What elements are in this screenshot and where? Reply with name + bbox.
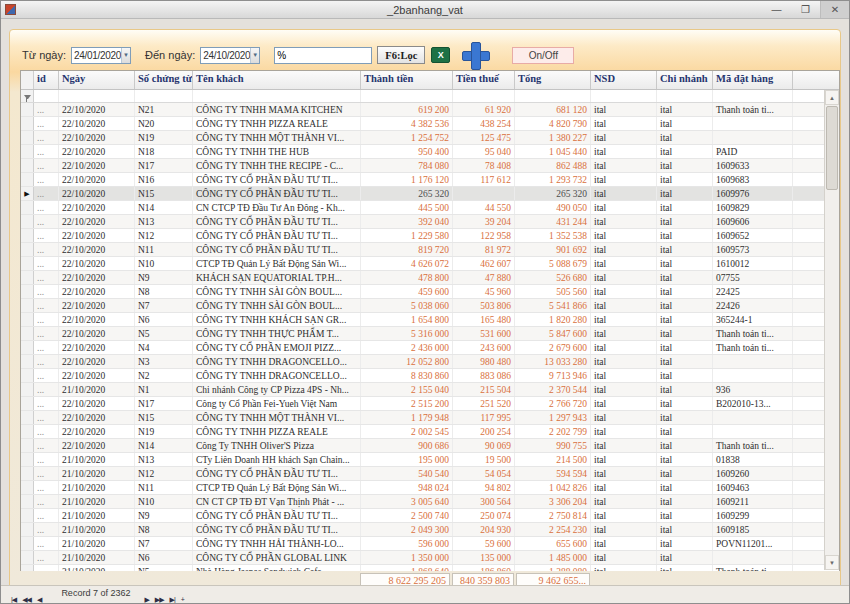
cell[interactable]: 2 370 544 [515,383,591,396]
cell[interactable]: 2 202 799 [515,425,591,438]
cell[interactable]: 22/10/2020 [59,257,135,270]
cell[interactable]: ital [657,215,713,228]
cell[interactable]: ital [591,229,657,242]
cell[interactable]: ital [657,481,713,494]
cell[interactable]: 1609633 [713,159,793,172]
cell[interactable]: 478 800 [361,271,453,284]
row-indicator[interactable] [21,103,34,116]
cell[interactable]: ... [34,201,59,214]
cell[interactable]: 44 550 [453,201,515,214]
cell[interactable]: N11 [135,481,193,494]
cell[interactable]: 21/10/2020 [59,467,135,480]
cell[interactable]: 215 504 [453,383,515,396]
cell[interactable]: KHÁCH SẠN EQUATORIAL TP.H... [193,271,361,284]
filter-cell[interactable] [591,90,657,102]
cell[interactable]: ital [657,145,713,158]
cell[interactable]: 94 802 [453,481,515,494]
cell[interactable]: 1 380 227 [515,131,591,144]
nav-prev-page-icon[interactable]: ◀◀ [22,596,31,603]
scroll-down-icon[interactable]: ▼ [825,555,839,570]
cell[interactable]: ... [34,383,59,396]
nav-prev-icon[interactable]: ◀ [37,596,41,603]
cell[interactable]: 1 485 000 [515,551,591,564]
cell[interactable]: N19 [135,131,193,144]
cell[interactable]: Nhà Hàng Jaspas Sandwich Cafe [193,565,361,571]
cell[interactable]: ital [591,131,657,144]
cell[interactable]: POVN11201... [713,537,793,550]
table-row[interactable]: ...22/10/2020N3CÔNG TY TNHH DRAGONCELLO.… [21,355,839,369]
cell[interactable]: 784 080 [361,159,453,172]
row-indicator[interactable] [21,145,34,158]
cell[interactable]: 5 088 679 [515,257,591,270]
cell[interactable]: 5 316 000 [361,327,453,340]
cell[interactable]: N16 [135,173,193,186]
to-date-picker[interactable]: 24/10/2020 ▼ [200,47,260,64]
cell[interactable]: ital [657,439,713,452]
column-header-tiền-thuế[interactable]: Tiền thuế [453,71,515,89]
row-indicator[interactable] [21,411,34,424]
cell[interactable]: 22/10/2020 [59,313,135,326]
cell[interactable]: 681 120 [515,103,591,116]
cell[interactable]: ... [34,271,59,284]
row-indicator[interactable] [21,467,34,480]
table-row[interactable]: ...22/10/2020N19CÔNG TY TNHH MỘT THÀNH V… [21,131,839,145]
cell[interactable] [713,411,793,424]
row-indicator[interactable] [21,551,34,564]
row-indicator[interactable] [21,117,34,130]
cell[interactable]: 22/10/2020 [59,243,135,256]
table-row[interactable]: ...22/10/2020N21CÔNG TY TNHH MAMA KITCHE… [21,103,839,117]
cell[interactable]: ital [591,467,657,480]
cell[interactable]: 462 607 [453,257,515,270]
cell[interactable]: 1609299 [713,509,793,522]
cell[interactable]: PAID [713,145,793,158]
cell[interactable]: 78 408 [453,159,515,172]
cell[interactable]: 431 244 [515,215,591,228]
cell[interactable]: 901 692 [515,243,591,256]
cell[interactable]: 90 069 [453,439,515,452]
cell[interactable]: ital [657,243,713,256]
column-header-mã-đặt-hàng[interactable]: Mã đặt hàng [713,71,793,89]
cell[interactable]: ... [34,103,59,116]
cell[interactable]: 243 600 [453,341,515,354]
cell[interactable]: 1609463 [713,481,793,494]
cell[interactable]: 490 050 [515,201,591,214]
cell[interactable]: ... [34,481,59,494]
cell[interactable]: ... [34,313,59,326]
cell[interactable]: CÔNG TY CỔ PHẦN GLOBAL LINK [193,551,361,564]
cell[interactable]: N14 [135,439,193,452]
close-button[interactable]: ✕ [820,1,849,18]
cell[interactable]: 596 000 [361,537,453,550]
cell[interactable]: 5 038 060 [361,299,453,312]
cell[interactable]: 2 002 545 [361,425,453,438]
row-indicator[interactable] [21,271,34,284]
cell[interactable]: 22/10/2020 [59,187,135,200]
cell[interactable]: 4 626 072 [361,257,453,270]
cell[interactable]: CÔNG TY CỔ PHẦN ĐẦU TƯ TI... [193,243,361,256]
nav-next-icon[interactable]: ▶ [144,596,148,603]
cell[interactable]: 8 830 860 [361,369,453,382]
cell[interactable]: 445 500 [361,201,453,214]
cell[interactable]: CÔNG TY TNHH MAMA KITCHEN [193,103,361,116]
row-indicator[interactable] [21,173,34,186]
cell[interactable]: N6 [135,551,193,564]
cell[interactable]: ital [657,523,713,536]
cell[interactable]: 22/10/2020 [59,103,135,116]
cell[interactable]: 883 086 [453,369,515,382]
cell[interactable]: CÔNG TY TNHH MỘT THÀNH VI... [193,131,361,144]
cell[interactable]: 540 540 [361,467,453,480]
cell[interactable]: 22/10/2020 [59,271,135,284]
cell[interactable]: 655 600 [515,537,591,550]
table-row[interactable]: ...22/10/2020N14Công Ty TNHH Oliver'S Pi… [21,439,839,453]
cell[interactable]: CÔNG TY TNHH DRAGONCELLO... [193,369,361,382]
cell[interactable]: N19 [135,425,193,438]
chevron-down-icon[interactable]: ▼ [121,48,130,63]
cell[interactable]: 54 054 [453,467,515,480]
cell[interactable]: ... [34,229,59,242]
row-indicator[interactable] [21,397,34,410]
filter-cell[interactable] [135,90,193,102]
row-indicator[interactable] [21,243,34,256]
cell[interactable]: 936 [713,383,793,396]
cell[interactable]: ital [657,565,713,571]
cell[interactable]: ital [591,495,657,508]
cell[interactable]: N10 [135,257,193,270]
